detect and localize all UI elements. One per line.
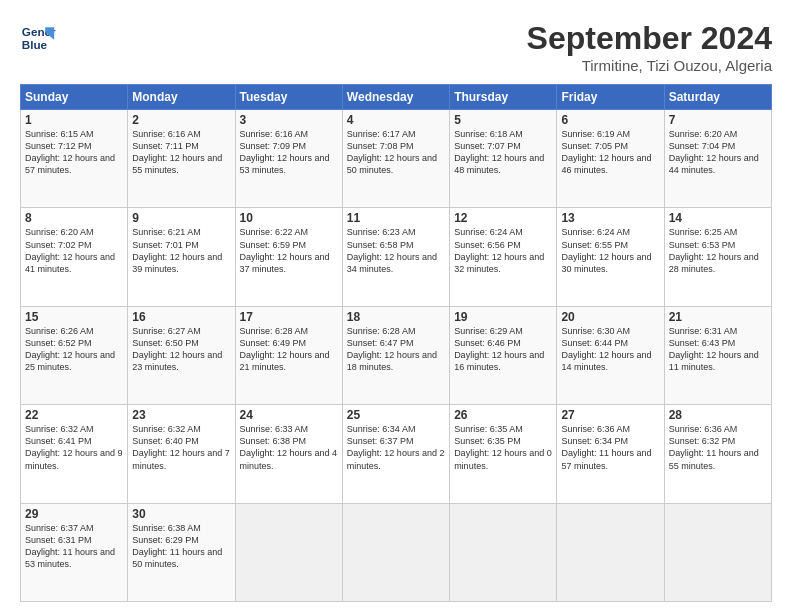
day-number: 22 [25,408,123,422]
calendar-week-row: 15Sunrise: 6:26 AMSunset: 6:52 PMDayligh… [21,306,772,404]
calendar: Sunday Monday Tuesday Wednesday Thursday… [20,84,772,602]
header-tuesday: Tuesday [235,85,342,110]
day-number: 19 [454,310,552,324]
calendar-day-cell [342,503,449,601]
header-saturday: Saturday [664,85,771,110]
calendar-day-cell: 6Sunrise: 6:19 AMSunset: 7:05 PMDaylight… [557,110,664,208]
day-number: 26 [454,408,552,422]
calendar-day-cell: 12Sunrise: 6:24 AMSunset: 6:56 PMDayligh… [450,208,557,306]
calendar-week-row: 8Sunrise: 6:20 AMSunset: 7:02 PMDaylight… [21,208,772,306]
day-number: 18 [347,310,445,324]
day-info: Sunrise: 6:26 AMSunset: 6:52 PMDaylight:… [25,325,123,374]
calendar-day-cell [664,503,771,601]
calendar-day-cell: 10Sunrise: 6:22 AMSunset: 6:59 PMDayligh… [235,208,342,306]
day-number: 30 [132,507,230,521]
day-number: 29 [25,507,123,521]
day-info: Sunrise: 6:32 AMSunset: 6:41 PMDaylight:… [25,423,123,472]
day-info: Sunrise: 6:21 AMSunset: 7:01 PMDaylight:… [132,226,230,275]
day-number: 16 [132,310,230,324]
calendar-day-cell: 11Sunrise: 6:23 AMSunset: 6:58 PMDayligh… [342,208,449,306]
day-number: 27 [561,408,659,422]
day-info: Sunrise: 6:38 AMSunset: 6:29 PMDaylight:… [132,522,230,571]
day-number: 1 [25,113,123,127]
day-info: Sunrise: 6:31 AMSunset: 6:43 PMDaylight:… [669,325,767,374]
calendar-week-row: 22Sunrise: 6:32 AMSunset: 6:41 PMDayligh… [21,405,772,503]
day-info: Sunrise: 6:22 AMSunset: 6:59 PMDaylight:… [240,226,338,275]
day-number: 24 [240,408,338,422]
day-info: Sunrise: 6:16 AMSunset: 7:11 PMDaylight:… [132,128,230,177]
day-number: 5 [454,113,552,127]
day-info: Sunrise: 6:20 AMSunset: 7:02 PMDaylight:… [25,226,123,275]
day-number: 15 [25,310,123,324]
day-info: Sunrise: 6:30 AMSunset: 6:44 PMDaylight:… [561,325,659,374]
day-info: Sunrise: 6:29 AMSunset: 6:46 PMDaylight:… [454,325,552,374]
calendar-day-cell: 4Sunrise: 6:17 AMSunset: 7:08 PMDaylight… [342,110,449,208]
calendar-day-cell: 24Sunrise: 6:33 AMSunset: 6:38 PMDayligh… [235,405,342,503]
calendar-header-row: Sunday Monday Tuesday Wednesday Thursday… [21,85,772,110]
svg-text:Blue: Blue [22,38,48,51]
day-info: Sunrise: 6:24 AMSunset: 6:56 PMDaylight:… [454,226,552,275]
calendar-week-row: 1Sunrise: 6:15 AMSunset: 7:12 PMDaylight… [21,110,772,208]
calendar-day-cell: 23Sunrise: 6:32 AMSunset: 6:40 PMDayligh… [128,405,235,503]
day-number: 11 [347,211,445,225]
calendar-day-cell: 16Sunrise: 6:27 AMSunset: 6:50 PMDayligh… [128,306,235,404]
calendar-day-cell: 29Sunrise: 6:37 AMSunset: 6:31 PMDayligh… [21,503,128,601]
day-info: Sunrise: 6:36 AMSunset: 6:34 PMDaylight:… [561,423,659,472]
calendar-day-cell: 9Sunrise: 6:21 AMSunset: 7:01 PMDaylight… [128,208,235,306]
calendar-day-cell: 1Sunrise: 6:15 AMSunset: 7:12 PMDaylight… [21,110,128,208]
calendar-day-cell: 22Sunrise: 6:32 AMSunset: 6:41 PMDayligh… [21,405,128,503]
day-number: 6 [561,113,659,127]
calendar-day-cell: 17Sunrise: 6:28 AMSunset: 6:49 PMDayligh… [235,306,342,404]
day-number: 3 [240,113,338,127]
calendar-week-row: 29Sunrise: 6:37 AMSunset: 6:31 PMDayligh… [21,503,772,601]
day-info: Sunrise: 6:24 AMSunset: 6:55 PMDaylight:… [561,226,659,275]
calendar-day-cell: 27Sunrise: 6:36 AMSunset: 6:34 PMDayligh… [557,405,664,503]
header-wednesday: Wednesday [342,85,449,110]
calendar-day-cell: 25Sunrise: 6:34 AMSunset: 6:37 PMDayligh… [342,405,449,503]
day-number: 12 [454,211,552,225]
day-number: 7 [669,113,767,127]
day-number: 2 [132,113,230,127]
calendar-day-cell: 5Sunrise: 6:18 AMSunset: 7:07 PMDaylight… [450,110,557,208]
day-number: 21 [669,310,767,324]
day-info: Sunrise: 6:15 AMSunset: 7:12 PMDaylight:… [25,128,123,177]
calendar-day-cell: 30Sunrise: 6:38 AMSunset: 6:29 PMDayligh… [128,503,235,601]
day-info: Sunrise: 6:28 AMSunset: 6:49 PMDaylight:… [240,325,338,374]
day-number: 23 [132,408,230,422]
day-number: 28 [669,408,767,422]
calendar-day-cell: 21Sunrise: 6:31 AMSunset: 6:43 PMDayligh… [664,306,771,404]
header-monday: Monday [128,85,235,110]
calendar-day-cell: 7Sunrise: 6:20 AMSunset: 7:04 PMDaylight… [664,110,771,208]
day-number: 4 [347,113,445,127]
calendar-day-cell: 28Sunrise: 6:36 AMSunset: 6:32 PMDayligh… [664,405,771,503]
page-header: General Blue September 2024 Tirmitine, T… [20,20,772,74]
day-number: 14 [669,211,767,225]
calendar-day-cell: 14Sunrise: 6:25 AMSunset: 6:53 PMDayligh… [664,208,771,306]
day-number: 17 [240,310,338,324]
day-info: Sunrise: 6:17 AMSunset: 7:08 PMDaylight:… [347,128,445,177]
header-friday: Friday [557,85,664,110]
day-info: Sunrise: 6:33 AMSunset: 6:38 PMDaylight:… [240,423,338,472]
day-number: 10 [240,211,338,225]
day-number: 8 [25,211,123,225]
day-info: Sunrise: 6:35 AMSunset: 6:35 PMDaylight:… [454,423,552,472]
day-info: Sunrise: 6:27 AMSunset: 6:50 PMDaylight:… [132,325,230,374]
calendar-day-cell: 8Sunrise: 6:20 AMSunset: 7:02 PMDaylight… [21,208,128,306]
header-sunday: Sunday [21,85,128,110]
header-thursday: Thursday [450,85,557,110]
day-info: Sunrise: 6:34 AMSunset: 6:37 PMDaylight:… [347,423,445,472]
day-number: 20 [561,310,659,324]
calendar-day-cell: 13Sunrise: 6:24 AMSunset: 6:55 PMDayligh… [557,208,664,306]
calendar-day-cell: 15Sunrise: 6:26 AMSunset: 6:52 PMDayligh… [21,306,128,404]
calendar-day-cell: 20Sunrise: 6:30 AMSunset: 6:44 PMDayligh… [557,306,664,404]
day-info: Sunrise: 6:23 AMSunset: 6:58 PMDaylight:… [347,226,445,275]
title-block: September 2024 Tirmitine, Tizi Ouzou, Al… [527,20,772,74]
calendar-day-cell: 19Sunrise: 6:29 AMSunset: 6:46 PMDayligh… [450,306,557,404]
day-info: Sunrise: 6:25 AMSunset: 6:53 PMDaylight:… [669,226,767,275]
day-info: Sunrise: 6:18 AMSunset: 7:07 PMDaylight:… [454,128,552,177]
day-info: Sunrise: 6:20 AMSunset: 7:04 PMDaylight:… [669,128,767,177]
day-number: 9 [132,211,230,225]
calendar-day-cell [450,503,557,601]
calendar-day-cell: 3Sunrise: 6:16 AMSunset: 7:09 PMDaylight… [235,110,342,208]
logo: General Blue [20,20,56,56]
